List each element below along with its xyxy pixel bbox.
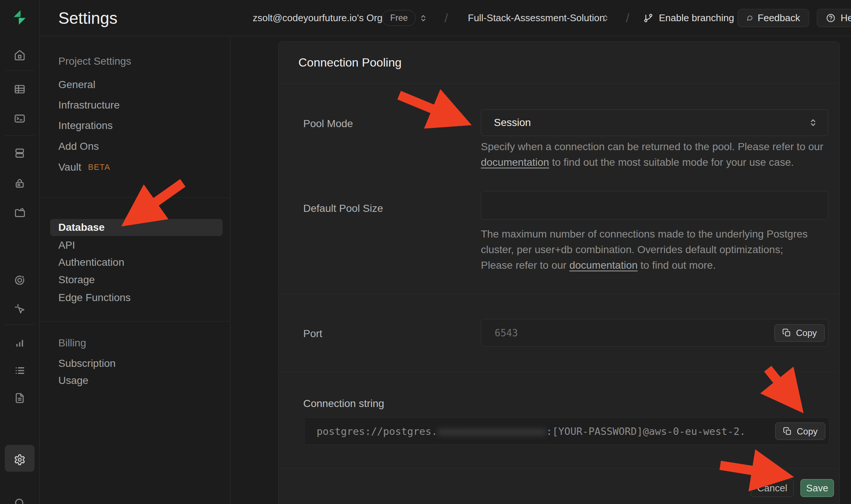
vault-label: Vault [58,161,81,174]
connection-string-masked-segment: xxxxxxxxxxxxxxxxxx [437,426,546,437]
sidebar-item-database-active[interactable]: Database [50,219,223,236]
rail-divider [5,324,34,325]
copy-icon [782,329,791,337]
port-value: 6543 [495,327,518,339]
chevrons-up-down-icon [808,117,818,128]
sidebar-item-authentication[interactable]: Authentication [58,256,124,269]
default-pool-size-label: Default Pool Size [303,202,383,215]
save-button[interactable]: Save [800,479,834,497]
sidebar-item-infrastructure[interactable]: Infrastructure [58,99,120,112]
home-icon[interactable] [0,48,39,62]
storage-folder-icon[interactable] [0,205,39,220]
icon-rail [0,0,40,504]
search-icon[interactable] [0,496,39,504]
help-label: Help [841,12,851,24]
sidebar-item-add-ons[interactable]: Add Ons [58,140,99,153]
logs-list-icon[interactable] [0,363,39,378]
settings-sidebar: Project Settings General Infrastructure … [40,36,230,504]
sidebar-divider [40,321,230,322]
pool-mode-value: Session [494,117,531,129]
default-pool-size-description: The maximum number of connections made t… [481,226,817,273]
sidebar-item-integrations[interactable]: Integrations [58,119,113,132]
project-settings-gear-icon[interactable] [0,452,39,467]
documentation-link[interactable]: documentation [569,259,638,271]
port-label: Port [303,327,322,340]
supabase-logo-icon[interactable] [11,9,28,26]
advisors-cursor-icon[interactable] [0,301,39,316]
connection-pooling-panel: Connection Pooling Pool Mode Session Spe… [278,41,840,504]
rail-divider [5,70,34,71]
panel-title: Connection Pooling [298,56,402,70]
connection-string-box[interactable]: postgres://postgres.xxxxxxxxxxxxxxxxxx:[… [304,417,829,445]
sidebar-item-storage[interactable]: Storage [58,274,95,286]
enable-branching-label: Enable branching [659,12,734,24]
page-title: Settings [58,0,117,36]
port-input[interactable]: 6543 Copy [481,319,828,347]
speech-bubble-icon [747,13,753,23]
plan-badge[interactable]: Free [382,10,416,26]
top-header: Settings zsolt@codeyourfuture.io's Org F… [40,0,851,36]
main-content: Connection Pooling Pool Mode Session Spe… [230,36,851,504]
port-copy-button[interactable]: Copy [774,324,825,342]
feedback-button[interactable]: Feedback [738,9,809,27]
org-switcher-chevrons-icon[interactable] [418,0,428,36]
sidebar-divider [40,197,230,198]
feedback-label: Feedback [758,12,800,24]
breadcrumb-separator: / [626,0,629,36]
default-pool-size-input[interactable] [481,191,828,220]
connection-string-prefix: postgres://postgres. [317,426,437,437]
pool-mode-select[interactable]: Session [481,109,828,136]
sidebar-item-subscription[interactable]: Subscription [58,357,116,370]
sidebar-item-edge-functions[interactable]: Edge Functions [58,291,131,304]
realtime-orbit-icon[interactable] [0,273,39,288]
sidebar-group-title-billing: Billing [58,337,86,349]
sidebar-group-title-project-settings: Project Settings [58,55,131,68]
connection-string-label: Connection string [303,397,384,410]
help-circle-icon [826,13,836,23]
beta-badge: BETA [88,161,110,174]
database-icon[interactable] [0,146,39,161]
sql-editor-icon[interactable] [0,111,39,126]
footer-divider [279,468,839,469]
sidebar-item-general[interactable]: General [58,78,96,91]
database-label: Database [58,222,105,233]
rail-divider [5,135,34,136]
breadcrumb-separator: / [444,0,448,36]
connection-string-copy-button[interactable]: Copy [775,423,825,440]
pool-mode-description: Specify when a connection can be returne… [481,139,832,170]
org-plan-badge-wrap: Free [382,0,416,36]
api-docs-file-icon[interactable] [0,391,39,406]
project-switcher-chevrons-icon[interactable] [601,0,610,36]
cancel-button[interactable]: Cancel [751,479,794,497]
copy-icon [783,427,792,436]
connection-string-suffix: :[YOUR-PASSWORD]@aws-0-eu-west-2. [546,426,745,437]
section-divider [279,372,839,372]
git-branch-icon [643,13,654,23]
help-button[interactable]: Help [817,9,851,27]
table-editor-icon[interactable] [0,82,39,97]
project-name[interactable]: Full-Stack-Assessment-Solution [468,0,605,36]
auth-lock-icon[interactable] [0,176,39,191]
section-divider [279,294,839,294]
org-name[interactable]: zsolt@codeyourfuture.io's Org [253,0,382,36]
panel-header: Connection Pooling [279,42,839,84]
sidebar-item-api[interactable]: API [58,239,75,252]
sidebar-item-vault[interactable]: Vault BETA [58,161,110,174]
reports-chart-icon[interactable] [0,335,39,350]
pool-mode-label: Pool Mode [303,117,353,130]
supabase-dashboard: Settings zsolt@codeyourfuture.io's Org F… [0,0,851,504]
enable-branching-button[interactable]: Enable branching [643,0,734,36]
sidebar-item-usage[interactable]: Usage [58,374,88,387]
documentation-link[interactable]: documentation [481,156,549,168]
